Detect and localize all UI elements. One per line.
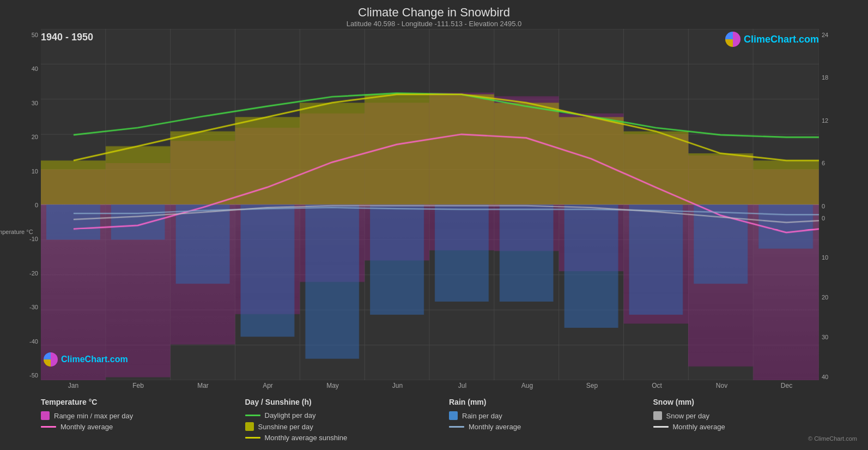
x-label-may: May [300,382,365,392]
legend-rain-avg: Monthly average [449,423,653,431]
logo-icon-tr [725,32,740,47]
svg-rect-51 [235,117,300,205]
legend-temp-avg: Monthly average [41,423,245,431]
legend-rain-avg-icon [449,426,464,428]
svg-rect-64 [305,205,359,359]
svg-rect-60 [46,205,100,239]
legend: Temperature °C Range min / max per day M… [11,392,857,445]
svg-rect-62 [176,205,230,284]
legend-temp-range-icon [41,411,50,420]
legend-rain: Rain (mm) Rain per day Monthly average [449,398,653,442]
legend-daylight-icon [245,415,260,416]
svg-rect-71 [758,205,813,249]
legend-temp-avg-icon [41,426,56,428]
svg-rect-61 [111,205,165,239]
x-label-jun: Jun [365,382,430,392]
x-label-sep: Sep [560,382,624,392]
chart-subtitle: Latitude 40.598 - Longitude -111.513 - E… [11,20,857,28]
svg-rect-68 [564,205,618,328]
y-axis-right: 24 18 12 6 0 Day / Sunshine (h) 0 10 20 … [819,29,857,392]
legend-snow-title: Snow (mm) [653,398,858,406]
svg-rect-50 [171,131,235,205]
x-label-jul: Jul [430,382,495,392]
x-label-mar: Mar [171,382,235,392]
svg-rect-52 [300,103,365,205]
chart-title: Climate Change in Snowbird [11,5,857,20]
svg-rect-67 [500,205,554,302]
legend-temp-range: Range min / max per day [41,411,245,420]
svg-rect-55 [494,103,559,205]
legend-sunshine-icon [245,422,254,431]
legend-temperature-title: Temperature °C [41,398,245,406]
x-label-jan: Jan [41,382,106,392]
legend-rain-label: Rain per day [462,412,502,420]
legend-snow-icon [653,411,662,420]
svg-rect-48 [41,160,106,205]
legend-snow: Snow (mm) Snow per day Monthly average ©… [653,398,858,442]
legend-rain-bar: Rain per day [449,411,653,420]
legend-sunshine-title: Day / Sunshine (h) [245,398,450,406]
legend-snow-avg: Monthly average [653,423,858,431]
y-axis-left: Temperature °C 50 40 30 20 10 0 -10 -20 … [11,29,41,392]
svg-rect-54 [429,94,494,205]
year-range-label: 1940 - 1950 [41,32,93,43]
legend-temp-avg-label: Monthly average [60,423,113,431]
copyright: © ClimeChart.com [808,435,857,442]
logo-text-bl: ClimeChart.com [61,355,128,364]
logo-icon-bl [44,352,58,367]
x-label-feb: Feb [106,382,171,392]
legend-rain-icon [449,411,458,420]
x-label-oct: Oct [624,382,689,392]
svg-rect-53 [365,94,429,205]
svg-rect-63 [240,205,294,337]
legend-rain-avg-label: Monthly average [469,423,521,431]
legend-sunshine-avg-label: Monthly average sunshine [265,434,348,442]
legend-sunshine-bar: Sunshine per day [245,422,450,431]
legend-sunshine: Day / Sunshine (h) Daylight per day Suns… [245,398,450,442]
legend-temp-range-label: Range min / max per day [54,412,133,420]
svg-rect-66 [435,205,489,302]
legend-temperature: Temperature °C Range min / max per day M… [41,398,245,442]
legend-snow-label: Snow per day [666,412,710,420]
svg-rect-56 [559,117,624,205]
legend-snow-avg-label: Monthly average [673,423,725,431]
legend-sunshine-avg-icon [245,437,260,439]
svg-rect-57 [624,131,689,205]
logo-text-tr: ClimeChart.com [744,34,819,45]
legend-daylight: Daylight per day [245,411,450,419]
x-axis: Jan Feb Mar Apr May Jun Jul Aug Sep Oct … [41,380,819,392]
x-label-apr: Apr [235,382,300,392]
svg-rect-59 [753,160,819,205]
legend-sunshine-avg: Monthly average sunshine [245,434,450,442]
chart-plot: 1940 - 1950 ClimeChart.com [41,29,819,380]
y-axis-left-label: Temperature °C [0,229,33,235]
legend-snow-avg-icon [653,426,669,428]
legend-snow-bar: Snow per day [653,411,858,420]
svg-rect-65 [370,205,424,315]
svg-rect-69 [629,205,683,315]
x-label-dec: Dec [754,382,819,392]
svg-rect-58 [688,153,753,205]
chart-svg [41,29,819,380]
svg-rect-70 [694,205,748,284]
legend-daylight-label: Daylight per day [265,411,316,419]
legend-sunshine-label: Sunshine per day [258,423,313,431]
x-label-aug: Aug [495,382,560,392]
legend-rain-title: Rain (mm) [449,398,653,406]
svg-rect-49 [106,146,171,205]
x-label-nov: Nov [689,382,754,392]
logo-bl: ClimeChart.com [44,352,128,367]
